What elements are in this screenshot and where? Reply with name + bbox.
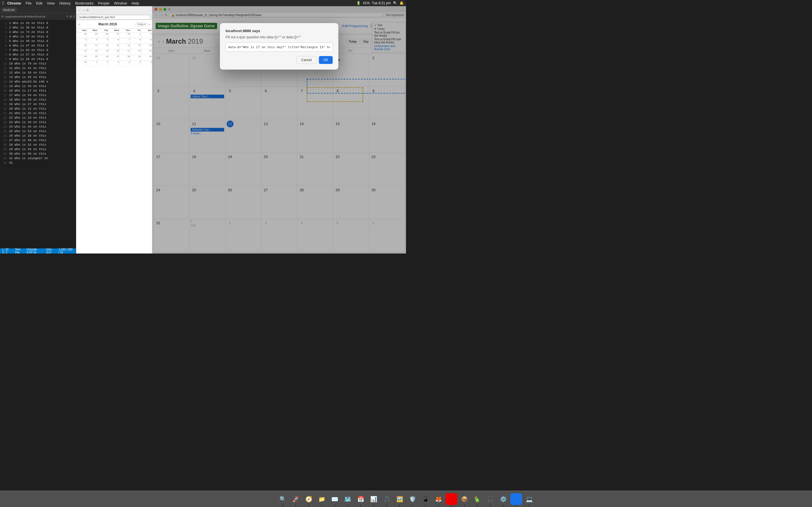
mini-cal-day[interactable]: 22: [130, 49, 141, 55]
code-line: 19 Who is 27 on this: [9, 102, 75, 107]
mini-cal-day[interactable]: 4: [87, 38, 98, 44]
mini-cal-day[interactable]: 27: [109, 55, 119, 61]
menu-people[interactable]: People: [98, 1, 109, 5]
encoding: Unicode (UTF-8): [27, 248, 43, 253]
mini-cal-day[interactable]: 19: [98, 49, 109, 55]
mini-cal-day-header: Sat: [141, 29, 152, 33]
mini-cal-day[interactable]: 12: [98, 44, 109, 49]
mini-cal-day-header: Thu: [119, 29, 130, 33]
mini-cal-day-header: Fri: [130, 29, 141, 33]
mini-cal-day[interactable]: 31: [76, 61, 87, 66]
code-line: 12 Who is 33 on this: [9, 70, 75, 75]
menu-file[interactable]: File: [26, 1, 32, 5]
code-line: 14 Who would be 140 o: [9, 79, 75, 84]
mini-cal-day[interactable]: 16: [141, 44, 152, 49]
menu-history[interactable]: History: [59, 1, 70, 5]
code-line: 29 Who is 54 on this: [9, 147, 75, 152]
code-line: 15 Who is 43 on this: [9, 84, 75, 89]
mini-cal-day[interactable]: 24: [76, 55, 87, 61]
mini-cal-day[interactable]: 23: [141, 49, 152, 55]
menu-window[interactable]: Window: [114, 1, 127, 5]
search-icon[interactable]: 🔍: [393, 1, 397, 5]
mini-cal-day[interactable]: 5: [130, 61, 141, 66]
editor-tab-hnuh[interactable]: hnuh.txt: [1, 8, 17, 12]
mini-cal-week-row: 242526272812: [76, 33, 152, 38]
mini-cal-day[interactable]: 29: [130, 55, 141, 61]
mini-cal-day[interactable]: 3: [76, 38, 87, 44]
code-line: 6 Who is 47 on this d: [9, 43, 75, 48]
code-line: 30 Who is 50 on this: [9, 152, 75, 156]
code-line: 5 Who is 45 on this d: [9, 39, 75, 43]
menu-bar:  Chrome File Edit View History Bookmark…: [0, 0, 406, 6]
code-line: 18 Who is 20 on this: [9, 98, 75, 102]
mini-calendar-grid: SunMonTueWedThuFriSat2425262728123456789…: [76, 29, 152, 253]
mini-cal-day[interactable]: 27: [109, 33, 119, 38]
settings-icon[interactable]: ⚙: [1, 15, 4, 18]
apple-menu[interactable]: : [2, 1, 4, 6]
mini-cal-day[interactable]: 3: [109, 61, 119, 66]
editor-toolbar: ⚙ /Applications/MAMP/htdocs/hnuh.txt ✎ ⊞…: [0, 13, 76, 20]
cancel-button[interactable]: Cancel: [296, 56, 316, 64]
mini-cal-day[interactable]: 13: [109, 44, 119, 49]
mini-cal-day[interactable]: 18: [87, 49, 98, 55]
mini-cal-day[interactable]: 14: [119, 44, 130, 49]
code-line: 10 Who is 79 on this: [9, 61, 75, 66]
mini-cal-day[interactable]: 9: [141, 38, 152, 44]
mini-cal-day[interactable]: 25: [87, 33, 98, 38]
mini-cal-week-row: 17181920212223: [76, 49, 152, 55]
menu-help[interactable]: Help: [132, 1, 139, 5]
mini-cal-day[interactable]: 21: [119, 49, 130, 55]
file-type: Text File: [15, 248, 23, 253]
battery-percent: 41%: [363, 1, 370, 5]
code-line: 17 Who is 54 on this: [9, 93, 75, 98]
mini-cal-day[interactable]: 1: [130, 33, 141, 38]
dialog-buttons: Cancel OK: [225, 56, 333, 64]
mini-cal-day[interactable]: 17: [76, 49, 87, 55]
code-line: 11 Who is 41 on this: [9, 66, 75, 70]
mini-cal-day[interactable]: 2: [141, 33, 152, 38]
mini-cal-day[interactable]: 6: [141, 61, 152, 66]
dialog-input[interactable]: [225, 43, 333, 52]
mini-cal-day[interactable]: 11: [87, 44, 98, 49]
edit-icon[interactable]: ✎: [66, 15, 68, 18]
mini-cal-day[interactable]: 15: [130, 44, 141, 49]
menu-edit[interactable]: Edit: [36, 1, 42, 5]
ok-button[interactable]: OK: [319, 56, 333, 64]
copy-icon[interactable]: ⊞: [70, 15, 72, 18]
mini-cal-day[interactable]: 8: [130, 38, 141, 44]
mini-cal-day[interactable]: 24: [76, 33, 87, 38]
mini-cal-day[interactable]: 25: [87, 55, 98, 61]
mini-cal-day[interactable]: 28: [119, 33, 130, 38]
code-line: 4 Who is 33 on this d: [9, 34, 75, 39]
mini-cal-day[interactable]: 20: [109, 49, 119, 55]
mini-cal-day[interactable]: 2: [98, 61, 109, 66]
text-editor-panel: hnuh.txt ⚙ /Applications/MAMP/htdocs/hnu…: [0, 6, 76, 253]
nav-refresh[interactable]: ↻: [86, 8, 89, 12]
mini-cal-day[interactable]: 10: [76, 44, 87, 49]
mini-cal-day[interactable]: 6: [109, 38, 119, 44]
mini-cal-day[interactable]: 26: [98, 33, 109, 38]
mini-calendar-panel: ← → ↻ localhost:8888/march_quiz.html ‹ M…: [76, 6, 152, 253]
mini-cal-forward[interactable]: ›: [148, 22, 150, 26]
mini-cal-day[interactable]: 26: [98, 55, 109, 61]
nav-forward[interactable]: →: [82, 8, 85, 12]
menu-bookmarks[interactable]: Bookmarks: [75, 1, 94, 5]
clock: Tue 8:21 pm: [372, 1, 391, 5]
hash-icon[interactable]: #: [73, 15, 75, 18]
mini-cal-back[interactable]: ‹: [79, 22, 80, 26]
editor-status-bar: L: 32 C: 1 Text File Unicode (UTF-8) Uni…: [0, 248, 76, 253]
main-calendar-panel: ⊞ ← → ↻ 🔒 localhost:8888/square_hr_traci…: [152, 6, 406, 253]
mini-cal-day[interactable]: 4: [119, 61, 130, 66]
mini-url-bar[interactable]: localhost:8888/march_quiz.html: [78, 15, 150, 19]
mini-url-bar-container: localhost:8888/march_quiz.html: [76, 14, 152, 20]
mini-cal-day[interactable]: 30: [141, 55, 152, 61]
mini-cal-day[interactable]: 1: [87, 61, 98, 66]
menu-view[interactable]: View: [47, 1, 55, 5]
code-content[interactable]: 1 Who is 25 on this d2 Who is 39 on this…: [8, 20, 76, 248]
mini-cal-day[interactable]: 5: [98, 38, 109, 44]
nav-back[interactable]: ←: [78, 8, 81, 12]
app-name[interactable]: Chrome: [7, 1, 21, 5]
mini-cal-today[interactable]: Today ▾: [136, 22, 147, 26]
mini-cal-day[interactable]: 7: [119, 38, 130, 44]
mini-cal-day[interactable]: 28: [119, 55, 130, 61]
